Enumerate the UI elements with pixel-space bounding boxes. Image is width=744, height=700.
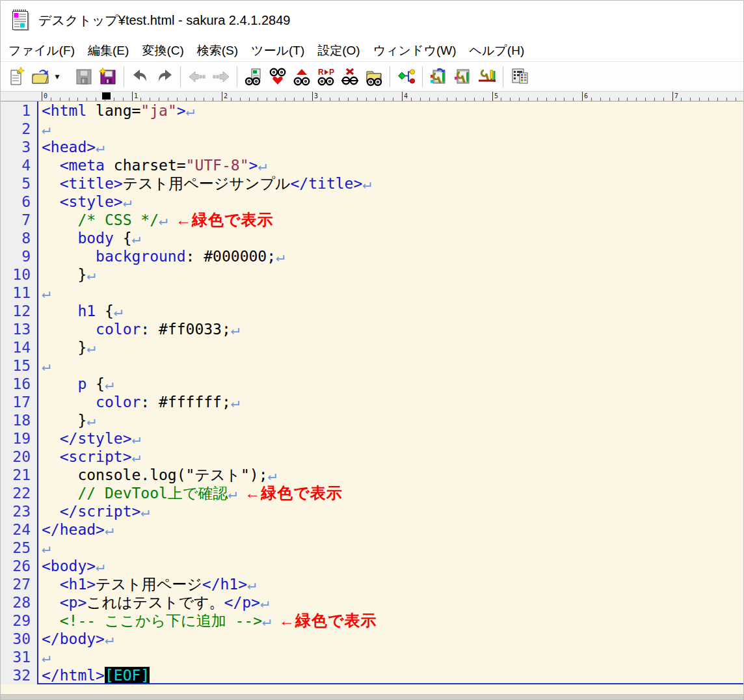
- outline-analysis-icon[interactable]: [394, 64, 418, 89]
- line-break-mark-icon: ↵: [105, 630, 114, 647]
- code-line[interactable]: <title>テスト用ページサンプル</title>↵: [42, 174, 743, 193]
- code-segment-plain: console.log("テスト");: [42, 466, 268, 483]
- code-line[interactable]: console.log("テスト");↵: [42, 466, 743, 484]
- code-line[interactable]: </style>↵: [42, 429, 743, 448]
- window-bottom-frame: [1, 694, 743, 700]
- line-number: 11: [1, 284, 37, 302]
- line-break-mark-icon: ↵: [131, 448, 140, 465]
- jump-previous-icon[interactable]: [185, 64, 209, 89]
- menu-search[interactable]: 検索(S): [191, 41, 245, 61]
- find-icon[interactable]: [241, 64, 265, 89]
- code-segment-kw: color: [96, 321, 140, 338]
- editor-area[interactable]: 1234567891011121314151617181920212223242…: [1, 101, 743, 684]
- code-line[interactable]: body {↵: [42, 229, 743, 247]
- code-line[interactable]: <meta charset="UTF-8">↵: [42, 156, 743, 174]
- line-break-mark-icon: ↵: [86, 412, 96, 429]
- menu-window[interactable]: ウィンドウ(W): [367, 41, 463, 61]
- line-break-mark-icon: ↵: [247, 576, 256, 593]
- line-break-mark-icon: ↵: [231, 321, 240, 338]
- undo-icon[interactable]: [128, 64, 152, 89]
- code-line[interactable]: </html>[EOF]: [42, 666, 743, 684]
- code-line[interactable]: }↵: [42, 411, 743, 429]
- code-line[interactable]: <html lang="ja">↵: [42, 101, 743, 120]
- code-segment-plain: [42, 394, 96, 411]
- code-line[interactable]: ↵: [42, 357, 743, 375]
- line-number: 30: [1, 630, 37, 648]
- code-line[interactable]: <p>これはテストです。</p>↵: [42, 593, 743, 612]
- code-segment-plain: これはテストです。: [86, 594, 224, 611]
- code-line[interactable]: }↵: [42, 265, 743, 284]
- code-line[interactable]: /* CSS */↵←緑色で表示: [42, 211, 743, 229]
- line-number: 18: [1, 411, 37, 429]
- code-line[interactable]: </head>↵: [42, 520, 743, 539]
- code-line[interactable]: h1 {↵: [42, 302, 743, 320]
- code-area[interactable]: <html lang="ja">↵↵<head>↵ <meta charset=…: [38, 101, 743, 684]
- code-line[interactable]: ↵: [42, 284, 743, 302]
- redo-icon[interactable]: [152, 64, 176, 89]
- line-number: 28: [1, 593, 37, 612]
- menu-settings[interactable]: 設定(O): [311, 41, 366, 61]
- code-line[interactable]: }↵: [42, 338, 743, 357]
- code-segment-tag: <script>: [60, 448, 132, 465]
- menu-tools[interactable]: ツール(T): [245, 41, 311, 61]
- line-break-mark-icon: ↵: [362, 175, 371, 192]
- line-number: 5: [1, 174, 37, 193]
- grep-icon[interactable]: [362, 64, 386, 89]
- sakura-editor-window: デスクトップ¥test.html - sakura 2.4.1.2849 ファイ…: [0, 0, 744, 700]
- code-line[interactable]: <head>↵: [42, 138, 743, 156]
- jump-next-icon[interactable]: [209, 64, 233, 89]
- find-next-icon[interactable]: [265, 64, 289, 89]
- new-file-icon[interactable]: [4, 64, 28, 89]
- column-ruler: 0 1 2 3 4 5 6 7: [1, 92, 743, 101]
- code-segment-tag: </h1>: [202, 576, 247, 593]
- code-line[interactable]: <script>↵: [42, 448, 743, 466]
- window-title: デスクトップ¥test.html - sakura 2.4.1.2849: [38, 12, 290, 29]
- code-line[interactable]: <h1>テスト用ページ</h1>↵: [42, 575, 743, 593]
- annotation-note: ←緑色で表示: [279, 612, 377, 629]
- keyword-settings-icon[interactable]: [475, 64, 499, 89]
- type-settings-icon[interactable]: [427, 64, 451, 89]
- common-settings-icon[interactable]: [451, 64, 475, 89]
- code-line[interactable]: <style>↵: [42, 193, 743, 211]
- code-line[interactable]: <!-- ここから下に追加 -->↵←緑色で表示: [42, 612, 743, 630]
- menu-convert[interactable]: 変換(C): [135, 41, 190, 61]
- line-number: 21: [1, 466, 37, 484]
- menu-file[interactable]: ファイル(F): [2, 41, 81, 61]
- toolbar-separator: [390, 66, 390, 87]
- code-line[interactable]: background: #000000;↵: [42, 247, 743, 265]
- code-line[interactable]: ↵: [42, 648, 743, 666]
- code-line[interactable]: ↵: [42, 120, 743, 138]
- open-file-icon[interactable]: [28, 64, 52, 89]
- replace-icon[interactable]: R P: [313, 64, 338, 89]
- line-number: 15: [1, 357, 37, 375]
- code-segment-plain: }: [42, 412, 86, 429]
- clear-find-mark-icon[interactable]: [338, 64, 362, 89]
- ruler-mark: 6: [584, 92, 588, 100]
- code-segment-plain: [42, 211, 77, 228]
- code-line[interactable]: </script>↵: [42, 502, 743, 520]
- ruler-mark: 0: [44, 92, 47, 100]
- code-line[interactable]: ↵: [42, 539, 743, 557]
- save-icon[interactable]: [72, 64, 96, 89]
- code-line[interactable]: <body>↵: [42, 557, 743, 575]
- menu-edit[interactable]: 編集(E): [81, 41, 135, 61]
- code-segment-tag: <meta: [60, 157, 105, 174]
- code-segment-tag: <p>: [60, 594, 87, 611]
- command-list-icon[interactable]: [507, 64, 531, 89]
- find-previous-icon[interactable]: [289, 64, 313, 89]
- line-number: 4: [1, 156, 37, 174]
- code-line[interactable]: </body>↵: [42, 630, 743, 648]
- code-line[interactable]: color: #ff0033;↵: [42, 320, 743, 338]
- line-break-mark-icon: ↵: [42, 284, 51, 301]
- open-file-dropdown-icon[interactable]: ▼: [52, 64, 62, 89]
- menu-help[interactable]: ヘルプ(H): [463, 41, 531, 61]
- code-segment-kw: h1: [77, 303, 96, 319]
- code-line[interactable]: // DevTool上で確認↵←緑色で表示: [42, 484, 743, 502]
- code-line[interactable]: color: #ffffff;↵: [42, 393, 743, 411]
- code-line[interactable]: p {↵: [42, 375, 743, 393]
- line-number: 9: [1, 247, 37, 265]
- ruler-mark: 7: [674, 92, 678, 100]
- save-as-icon[interactable]: [96, 64, 120, 89]
- toolbar-separator: [180, 66, 181, 87]
- code-segment-plain: {: [96, 303, 114, 319]
